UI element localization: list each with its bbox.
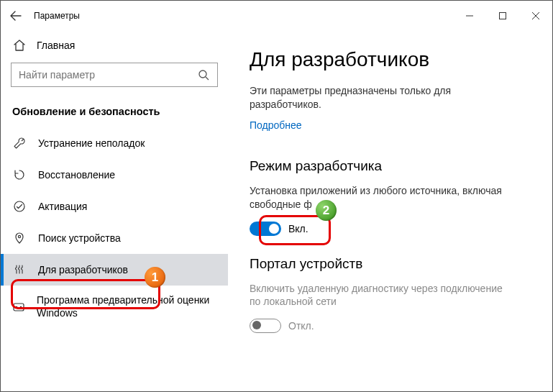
window-controls: [453, 5, 552, 27]
sidebar-item-recovery[interactable]: Восстановление: [1, 159, 228, 191]
dev-mode-toggle-label: Вкл.: [288, 223, 309, 234]
intro-text: Эти параметры предназначены только для р…: [250, 84, 508, 111]
maximize-button[interactable]: [486, 5, 519, 27]
sidebar-item-label: Для разработчиков: [38, 264, 128, 275]
minimize-icon: [466, 12, 473, 19]
device-portal-toggle-row: Откл.: [250, 319, 531, 333]
device-portal-heading: Портал устройств: [250, 256, 531, 272]
dev-mode-heading: Режим разработчика: [250, 158, 531, 174]
learn-more-link[interactable]: Подробнее: [250, 119, 302, 131]
svg-rect-1: [500, 13, 506, 19]
window-title: Параметры: [34, 11, 80, 21]
nav-home[interactable]: Главная: [1, 31, 228, 60]
developers-icon: [12, 263, 27, 277]
page-title: Для разработчиков: [250, 48, 531, 71]
dev-mode-toggle-row: Вкл.: [250, 222, 531, 236]
search-input[interactable]: [19, 69, 197, 81]
dev-mode-toggle[interactable]: [250, 222, 281, 236]
sidebar: Главная Обновление и безопасность Устран…: [1, 31, 228, 391]
back-arrow-icon: [10, 10, 22, 22]
home-icon: [12, 38, 27, 53]
close-icon: [532, 12, 539, 19]
settings-window: Параметры Главная: [0, 0, 553, 392]
recovery-icon: [12, 168, 27, 182]
svg-point-4: [199, 70, 206, 78]
sidebar-item-label: Активация: [38, 201, 87, 212]
sidebar-item-label: Устранение неполадок: [38, 137, 145, 149]
find-device-icon: [12, 231, 27, 245]
svg-point-9: [16, 306, 18, 308]
svg-line-5: [206, 77, 209, 80]
search-icon: [197, 68, 210, 81]
svg-point-10: [20, 306, 22, 308]
window-body: Главная Обновление и безопасность Устран…: [1, 31, 552, 391]
sidebar-item-insider[interactable]: Программа предварительной оценки Windows: [1, 286, 228, 328]
sidebar-item-find-device[interactable]: Поиск устройства: [1, 222, 228, 254]
dev-mode-desc: Установка приложений из любого источника…: [250, 184, 516, 211]
sidebar-item-label: Восстановление: [38, 169, 115, 181]
content-pane: Для разработчиков Эти параметры предназн…: [228, 31, 552, 391]
sidebar-item-label: Поиск устройства: [38, 232, 121, 244]
maximize-icon: [499, 12, 506, 19]
device-portal-desc: Включить удаленную диагностику через под…: [250, 282, 516, 309]
activation-icon: [12, 199, 27, 214]
sidebar-item-troubleshoot[interactable]: Устранение неполадок: [1, 127, 228, 159]
nav-home-label: Главная: [37, 40, 75, 51]
sidebar-item-label: Программа предварительной оценки Windows: [37, 294, 216, 319]
minimize-button[interactable]: [453, 5, 486, 27]
svg-rect-8: [14, 304, 24, 311]
device-portal-toggle-label: Откл.: [288, 320, 314, 332]
close-button[interactable]: [519, 5, 552, 27]
sidebar-item-activation[interactable]: Активация: [1, 191, 228, 222]
sidebar-item-developers[interactable]: Для разработчиков: [1, 254, 228, 286]
search-box[interactable]: [11, 63, 218, 87]
back-button[interactable]: [1, 1, 31, 31]
svg-point-6: [14, 201, 24, 211]
sidebar-section-header: Обновление и безопасность: [1, 93, 228, 127]
search-wrap: [1, 60, 228, 93]
wrench-icon: [12, 136, 27, 150]
insider-icon: [12, 300, 25, 314]
svg-point-7: [18, 235, 20, 237]
titlebar: Параметры: [1, 1, 552, 31]
device-portal-toggle[interactable]: [250, 319, 281, 333]
